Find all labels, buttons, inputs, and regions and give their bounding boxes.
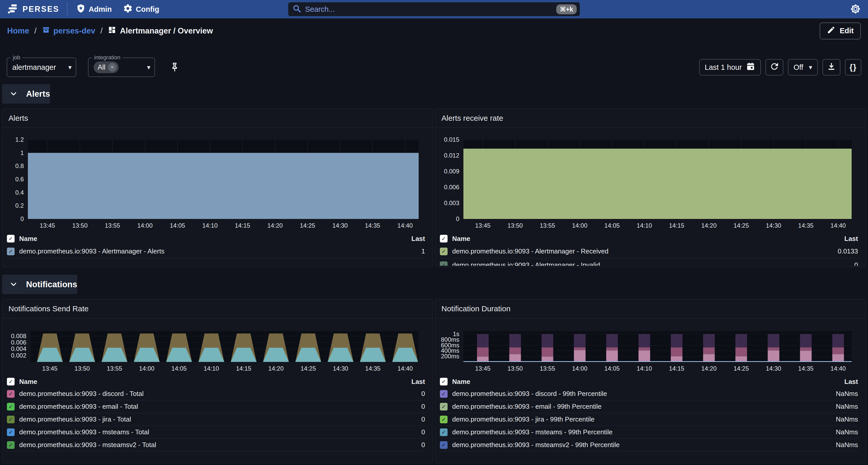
legend-row[interactable]: ✓demo.prometheus.io:9093 - msteamsv2 - T… bbox=[7, 439, 425, 452]
chart-plot-area[interactable] bbox=[463, 331, 851, 362]
series-checkbox-icon[interactable]: ✓ bbox=[440, 390, 447, 398]
breadcrumb-home-link[interactable]: Home bbox=[7, 26, 29, 36]
legend-last-header: Last bbox=[381, 235, 425, 243]
legend-last-header: Last bbox=[814, 378, 858, 386]
chart-canvas bbox=[463, 140, 851, 219]
x-axis-tick-label: 14:40 bbox=[830, 222, 846, 229]
edit-button[interactable]: Edit bbox=[820, 23, 861, 39]
panel-title: Alerts bbox=[8, 114, 28, 123]
legend-table: ✓NameLast✓demo.prometheus.io:9093 - Aler… bbox=[440, 233, 858, 266]
legend-row[interactable]: ✓demo.prometheus.io:9093 - discord - Tot… bbox=[7, 388, 425, 400]
x-axis-tick-label: 14:00 bbox=[139, 365, 154, 372]
chip-remove-icon[interactable]: × bbox=[108, 63, 117, 72]
breadcrumb-separator: / bbox=[100, 26, 102, 36]
theme-brightness-button[interactable] bbox=[849, 3, 861, 16]
chart-plot-area[interactable] bbox=[463, 140, 851, 219]
panel-header: Notification Duration bbox=[435, 299, 866, 318]
pencil-icon bbox=[827, 26, 836, 36]
series-checkbox-icon[interactable]: ✓ bbox=[440, 261, 447, 266]
section-header-notifications[interactable]: Notifications bbox=[2, 275, 77, 294]
x-axis-tick-label: 14:00 bbox=[137, 222, 153, 229]
select-all-checkbox-icon[interactable]: ✓ bbox=[440, 235, 447, 243]
nav-item-config[interactable]: Config bbox=[123, 4, 159, 15]
dashboard-grid-icon bbox=[108, 26, 116, 36]
chart-plot-area[interactable] bbox=[28, 140, 418, 219]
legend-name-header: Name bbox=[19, 235, 381, 243]
series-label: demo.prometheus.io:9093 - msteams - Tota… bbox=[19, 428, 381, 436]
brightness-sun-icon bbox=[849, 3, 861, 16]
series-last-value: 0 bbox=[381, 403, 425, 410]
series-checkbox-icon[interactable]: ✓ bbox=[7, 403, 14, 410]
series-checkbox-icon[interactable]: ✓ bbox=[440, 441, 447, 449]
legend-row[interactable]: ✓demo.prometheus.io:9093 - jira - 99th P… bbox=[440, 413, 858, 426]
legend-row[interactable]: ✓demo.prometheus.io:9093 - email - Total… bbox=[7, 400, 425, 413]
legend-row[interactable]: ✓demo.prometheus.io:9093 - jira - Total0 bbox=[7, 413, 425, 426]
series-checkbox-icon[interactable]: ✓ bbox=[7, 248, 14, 255]
section-title: Alerts bbox=[26, 89, 50, 99]
braces-icon: {} bbox=[849, 63, 857, 72]
legend-header: ✓NameLast bbox=[7, 376, 425, 388]
refresh-interval-select[interactable]: Off ▾ bbox=[788, 59, 818, 75]
series-checkbox-icon[interactable]: ✓ bbox=[7, 415, 14, 423]
time-range-button[interactable]: Last 1 hour bbox=[699, 59, 761, 75]
x-axis-tick-label: 14:25 bbox=[734, 222, 749, 229]
perses-home-link[interactable]: PERSES bbox=[7, 3, 59, 16]
pin-variables-button[interactable] bbox=[169, 62, 180, 73]
series-checkbox-icon[interactable]: ✓ bbox=[7, 441, 14, 449]
x-axis-tick-label: 13:45 bbox=[475, 365, 491, 372]
legend-row[interactable]: ✓demo.prometheus.io:9093 - discord - 99t… bbox=[440, 388, 858, 400]
refresh-button[interactable] bbox=[766, 59, 783, 75]
legend-row[interactable]: ✓demo.prometheus.io:9093 - Alertmanager … bbox=[440, 245, 858, 258]
nav-item-admin[interactable]: Admin bbox=[76, 4, 112, 15]
time-series-chart: 0.0080.0060.0040.002 bbox=[2, 331, 418, 362]
series-label: demo.prometheus.io:9093 - discord - Tota… bbox=[19, 390, 381, 398]
legend-row[interactable]: ✓demo.prometheus.io:9093 - Alertmanager … bbox=[7, 245, 425, 258]
series-checkbox-icon[interactable]: ✓ bbox=[440, 248, 447, 255]
top-nav: PERSES Admin Config ⌘+k bbox=[0, 0, 868, 19]
integration-variable-select[interactable]: integration All × ▾ bbox=[88, 58, 155, 77]
legend-row[interactable]: ✓demo.prometheus.io:9093 - email - 99th … bbox=[440, 400, 858, 413]
time-series-chart: 0.0150.0120.0090.0060.0030 bbox=[435, 140, 851, 219]
legend-row[interactable]: ✓demo.prometheus.io:9093 - msteamsv2 - 9… bbox=[440, 439, 858, 452]
y-axis: 1.210.80.60.40.20 bbox=[2, 140, 28, 219]
series-label: demo.prometheus.io:9093 - email - Total bbox=[19, 403, 381, 410]
job-variable-select[interactable]: job alertmanager ▾ bbox=[7, 58, 76, 77]
y-axis-tick-label: 0.003 bbox=[444, 199, 459, 207]
breadcrumb-project-link[interactable]: perses-dev bbox=[42, 26, 95, 36]
x-axis-tick-label: 14:30 bbox=[766, 222, 781, 229]
search-input[interactable] bbox=[305, 5, 553, 13]
series-checkbox-icon[interactable]: ✓ bbox=[7, 390, 14, 398]
breadcrumb: Home / perses-dev / bbox=[7, 26, 213, 36]
legend-row[interactable]: ✓demo.prometheus.io:9093 - Alertmanager … bbox=[440, 258, 858, 266]
series-checkbox-icon[interactable]: ✓ bbox=[440, 415, 447, 423]
select-all-checkbox-icon[interactable]: ✓ bbox=[7, 378, 14, 385]
project-archive-icon bbox=[42, 26, 51, 36]
time-series-chart: 1.210.80.60.40.20 bbox=[2, 140, 418, 219]
chart-canvas bbox=[28, 140, 418, 219]
x-axis-tick-label: 14:10 bbox=[204, 365, 219, 372]
download-dashboard-button[interactable] bbox=[823, 59, 840, 75]
x-axis: 13:4513:5013:5514:0014:0514:1014:1514:20… bbox=[463, 219, 851, 231]
series-checkbox-icon[interactable]: ✓ bbox=[440, 428, 447, 436]
legend-row[interactable]: ✓demo.prometheus.io:9093 - msteams - Tot… bbox=[7, 426, 425, 439]
gear-icon bbox=[123, 4, 133, 15]
series-checkbox-icon[interactable]: ✓ bbox=[440, 403, 447, 410]
legend-name-header: Name bbox=[19, 378, 381, 386]
chart-plot-area[interactable] bbox=[30, 331, 418, 362]
select-all-checkbox-icon[interactable]: ✓ bbox=[440, 378, 447, 385]
select-all-checkbox-icon[interactable]: ✓ bbox=[7, 235, 14, 243]
x-axis-tick-label: 14:00 bbox=[572, 365, 587, 372]
panel-header: Notifications Send Rate bbox=[2, 299, 433, 318]
x-axis-tick-label: 14:15 bbox=[235, 222, 250, 229]
y-axis-tick-label: 0.004 bbox=[11, 345, 26, 352]
y-axis-tick-label: 0.4 bbox=[16, 189, 24, 196]
view-json-button[interactable]: {} bbox=[845, 59, 861, 75]
section-header-alerts[interactable]: Alerts bbox=[2, 84, 50, 103]
y-axis: 1s800ms600ms400ms200ms bbox=[435, 331, 463, 362]
nav-divider bbox=[67, 2, 67, 16]
y-axis-tick-label: 0 bbox=[21, 215, 24, 222]
series-checkbox-icon[interactable]: ✓ bbox=[7, 428, 14, 436]
series-last-value: NaNms bbox=[814, 403, 858, 410]
series-label: demo.prometheus.io:9093 - Alertmanager -… bbox=[452, 261, 814, 266]
legend-row[interactable]: ✓demo.prometheus.io:9093 - msteams - 99t… bbox=[440, 426, 858, 439]
